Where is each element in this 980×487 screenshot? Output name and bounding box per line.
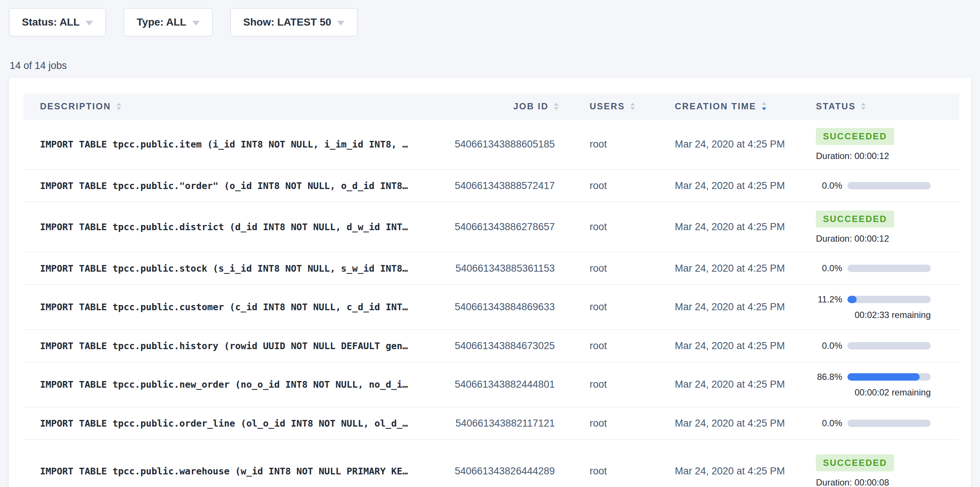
job-status-cell: 0.0% bbox=[787, 180, 959, 191]
job-user: root bbox=[559, 180, 644, 192]
progress-remaining: 00:00:02 remaining bbox=[855, 387, 931, 398]
chevron-down-icon bbox=[192, 21, 200, 26]
progress-bar bbox=[847, 265, 931, 272]
column-header-creation_time[interactable]: CREATION TIME bbox=[644, 101, 787, 112]
job-description: IMPORT TABLE tpcc.public."order" (o_id I… bbox=[24, 180, 452, 191]
status-progress: 0.0% bbox=[816, 418, 931, 428]
progress-bar bbox=[847, 420, 931, 427]
job-user: root bbox=[559, 379, 644, 390]
type-filter-label: Type: ALL bbox=[137, 16, 186, 28]
progress-bar bbox=[847, 296, 931, 303]
sort-desc-icon bbox=[554, 107, 558, 110]
progress-percent: 0.0% bbox=[816, 263, 842, 273]
sort-asc-icon bbox=[630, 103, 635, 105]
job-user: root bbox=[559, 340, 644, 352]
status-badge: SUCCEEDED bbox=[816, 211, 894, 228]
job-id: 540661343888572417 bbox=[452, 180, 559, 192]
type-filter-dropdown[interactable]: Type: ALL bbox=[124, 8, 213, 36]
job-user: root bbox=[559, 301, 644, 313]
job-id: 540661343884673025 bbox=[452, 340, 559, 352]
status-duration: Duration: 00:00:12 bbox=[816, 151, 889, 161]
job-creation-time: Mar 24, 2020 at 4:25 PM bbox=[644, 379, 787, 390]
show-filter-label: Show: LATEST 50 bbox=[243, 16, 331, 28]
column-header-status[interactable]: STATUS bbox=[787, 101, 959, 112]
status-progress: 11.2% 00:02:33 remaining bbox=[816, 294, 931, 320]
sort-desc-icon bbox=[117, 107, 121, 110]
job-status-cell: SUCCEEDED Duration: 00:00:12 bbox=[787, 211, 959, 244]
progress-bar-fill bbox=[847, 296, 857, 303]
sort-asc-icon bbox=[117, 103, 121, 105]
status-badge: SUCCEEDED bbox=[816, 128, 894, 145]
table-row: IMPORT TABLE tpcc.public.district (d_id … bbox=[24, 202, 959, 252]
table-row: IMPORT TABLE tpcc.public.item (i_id INT8… bbox=[24, 119, 959, 170]
job-id: 540661343882444801 bbox=[452, 379, 559, 390]
column-header-description[interactable]: DESCRIPTION bbox=[24, 101, 452, 112]
column-header-job_id[interactable]: JOB ID bbox=[452, 101, 559, 112]
job-creation-time: Mar 24, 2020 at 4:25 PM bbox=[644, 180, 787, 192]
sort-arrows-icon bbox=[630, 103, 635, 110]
job-description: IMPORT TABLE tpcc.public.history (rowid … bbox=[24, 341, 452, 351]
sort-arrows-icon bbox=[117, 103, 121, 110]
status-badge: SUCCEEDED bbox=[816, 454, 894, 471]
sort-desc-icon bbox=[762, 107, 766, 110]
job-status-cell: SUCCEEDED Duration: 00:00:12 bbox=[787, 128, 959, 161]
table-header-row: DESCRIPTION JOB ID USERS CREATION TIME S… bbox=[24, 93, 959, 119]
progress-bar bbox=[847, 373, 931, 381]
table-row: IMPORT TABLE tpcc.public.warehouse (w_id… bbox=[24, 439, 959, 487]
sort-asc-icon bbox=[762, 102, 766, 105]
job-creation-time: Mar 24, 2020 at 4:25 PM bbox=[644, 340, 787, 352]
status-duration: Duration: 00:00:12 bbox=[816, 233, 889, 244]
job-creation-time: Mar 24, 2020 at 4:25 PM bbox=[644, 139, 787, 150]
job-id: 540661343886278657 bbox=[452, 221, 559, 233]
progress-percent: 0.0% bbox=[816, 341, 842, 351]
jobs-table-card: DESCRIPTION JOB ID USERS CREATION TIME S… bbox=[9, 78, 971, 487]
progress-bar bbox=[847, 182, 931, 189]
job-description: IMPORT TABLE tpcc.public.district (d_id … bbox=[24, 222, 452, 232]
jobs-count: 14 of 14 jobs bbox=[10, 60, 67, 72]
show-filter-dropdown[interactable]: Show: LATEST 50 bbox=[231, 8, 358, 36]
job-id: 540661343888605185 bbox=[452, 139, 559, 150]
sort-asc-icon bbox=[554, 103, 558, 105]
job-id: 540661343884869633 bbox=[452, 301, 559, 313]
table-row: IMPORT TABLE tpcc.public."order" (o_id I… bbox=[24, 170, 959, 202]
job-creation-time: Mar 24, 2020 at 4:25 PM bbox=[644, 418, 787, 429]
filter-bar: Status: ALL Type: ALL Show: LATEST 50 bbox=[9, 8, 375, 36]
progress-percent: 0.0% bbox=[816, 418, 842, 428]
job-id: 540661343882117121 bbox=[452, 418, 559, 429]
job-user: root bbox=[559, 221, 644, 233]
job-user: root bbox=[559, 139, 644, 150]
job-status-cell: 86.8% 00:00:02 remaining bbox=[787, 372, 959, 398]
job-description: IMPORT TABLE tpcc.public.new_order (no_o… bbox=[24, 379, 452, 390]
job-status-cell: 0.0% bbox=[787, 418, 959, 428]
job-status-cell: 0.0% bbox=[787, 341, 959, 351]
job-description: IMPORT TABLE tpcc.public.warehouse (w_id… bbox=[24, 466, 452, 477]
table-row: IMPORT TABLE tpcc.public.new_order (no_o… bbox=[24, 362, 959, 407]
table-row: IMPORT TABLE tpcc.public.order_line (ol_… bbox=[24, 407, 959, 439]
status-progress: 0.0% bbox=[816, 180, 931, 191]
column-header-user[interactable]: USERS bbox=[559, 101, 644, 112]
table-row: IMPORT TABLE tpcc.public.history (rowid … bbox=[24, 330, 959, 362]
job-status-cell: 0.0% bbox=[787, 263, 959, 273]
table-row: IMPORT TABLE tpcc.public.customer (c_id … bbox=[24, 285, 959, 330]
job-description: IMPORT TABLE tpcc.public.order_line (ol_… bbox=[24, 418, 452, 429]
job-id: 540661343885361153 bbox=[452, 263, 559, 274]
job-creation-time: Mar 24, 2020 at 4:25 PM bbox=[644, 466, 787, 477]
progress-percent: 86.8% bbox=[816, 372, 842, 382]
job-creation-time: Mar 24, 2020 at 4:25 PM bbox=[644, 301, 787, 313]
job-user: root bbox=[559, 466, 644, 477]
status-progress: 0.0% bbox=[816, 341, 931, 351]
job-creation-time: Mar 24, 2020 at 4:25 PM bbox=[644, 221, 787, 233]
chevron-down-icon bbox=[86, 21, 93, 26]
job-id: 540661343826444289 bbox=[452, 466, 559, 477]
table-row: IMPORT TABLE tpcc.public.stock (s_i_id I… bbox=[24, 252, 959, 285]
chevron-down-icon bbox=[337, 21, 344, 26]
job-status-cell: 11.2% 00:02:33 remaining bbox=[787, 294, 959, 320]
job-description: IMPORT TABLE tpcc.public.item (i_id INT8… bbox=[24, 139, 452, 150]
progress-remaining: 00:02:33 remaining bbox=[855, 310, 931, 320]
status-filter-dropdown[interactable]: Status: ALL bbox=[9, 8, 106, 36]
sort-desc-icon bbox=[861, 107, 865, 110]
status-progress: 86.8% 00:00:02 remaining bbox=[816, 372, 931, 398]
sort-arrows-icon bbox=[762, 102, 766, 110]
status-succeeded: SUCCEEDED Duration: 00:00:08 bbox=[816, 454, 959, 487]
sort-desc-icon bbox=[630, 107, 635, 110]
